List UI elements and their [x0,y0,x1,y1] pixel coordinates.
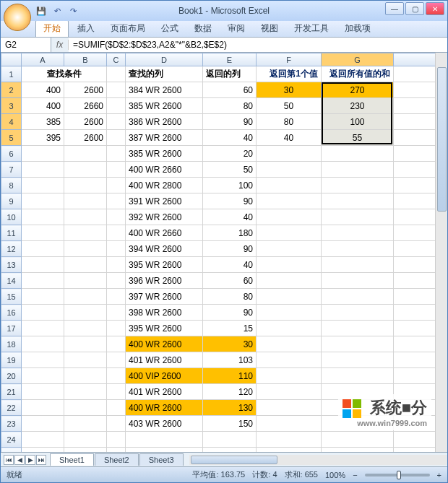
cell-F23[interactable] [257,416,322,432]
cell-E17[interactable]: 15 [203,321,257,336]
cell-A12[interactable] [22,241,64,257]
cell-F21[interactable] [257,384,322,400]
cell-F20[interactable] [257,368,322,384]
cell-E19[interactable]: 103 [203,352,257,368]
cell-D2[interactable]: 384 WR 2600 [126,82,203,98]
tab-insert[interactable]: 插入 [70,20,102,37]
cell-C25[interactable] [107,448,126,453]
cell-D12[interactable]: 394 WR 2600 [126,241,203,257]
minimize-button[interactable]: — [385,2,404,15]
cell-G7[interactable] [322,162,394,178]
tab-review[interactable]: 审阅 [220,20,252,37]
cell-A2[interactable]: 400 [22,82,64,98]
cell-B2[interactable]: 2600 [64,82,107,98]
cell-F22[interactable] [257,400,322,416]
cell-G5[interactable]: 55 [322,130,394,146]
cell-G14[interactable] [322,273,394,289]
cell-C5[interactable] [107,130,126,146]
cell-A5[interactable]: 395 [22,130,64,146]
cell-D14[interactable]: 396 WR 2600 [126,273,203,289]
cell-G11[interactable] [322,225,394,241]
cell-E11[interactable]: 180 [203,225,257,241]
cell-E14[interactable]: 60 [203,273,257,289]
cell-C14[interactable] [107,273,126,289]
cell-A13[interactable] [22,257,64,273]
cell-A15[interactable] [22,289,64,305]
cell-A10[interactable] [22,209,64,225]
row-header-18[interactable]: 18 [1,336,22,352]
cell-E18[interactable]: 30 [203,336,257,352]
cell-E23[interactable]: 150 [203,416,257,432]
cell-A21[interactable] [22,384,64,400]
close-button[interactable]: ✕ [426,2,444,15]
cell-F4[interactable]: 80 [257,114,322,130]
spreadsheet-area[interactable]: ABCDEFG1查找条件查找的列返回的列返回第1个值返回所有值的和2400260… [1,53,447,452]
cell-G12[interactable] [322,241,394,257]
cell-B5[interactable]: 2600 [64,130,107,146]
cell-F18[interactable] [257,336,322,352]
cell-E15[interactable]: 80 [203,289,257,305]
row-header-14[interactable]: 14 [1,273,22,289]
cell-A9[interactable] [22,193,64,209]
cell-F24[interactable] [257,432,322,448]
cell-B10[interactable] [64,209,107,225]
cell-A14[interactable] [22,273,64,289]
cell-E10[interactable]: 40 [203,209,257,225]
cell-G15[interactable] [322,289,394,305]
cell-G8[interactable] [322,178,394,193]
zoom-level[interactable]: 100% [325,471,345,479]
cell-D22[interactable]: 400 WR 2600 [126,400,203,416]
vertical-scrollbar[interactable] [435,53,447,452]
name-box[interactable]: G2 [1,38,51,52]
cell-G19[interactable] [322,352,394,368]
cell-E21[interactable]: 120 [203,384,257,400]
cell-E9[interactable]: 90 [203,193,257,209]
undo-icon[interactable]: ↶ [51,5,63,17]
cell-F6[interactable] [257,146,322,162]
cell-G4[interactable]: 100 [322,114,394,130]
cell-A3[interactable]: 400 [22,98,64,114]
cell-C23[interactable] [107,416,126,432]
cell-G20[interactable] [322,368,394,384]
cell-D7[interactable]: 400 WR 2660 [126,162,203,178]
row-header-1[interactable]: 1 [1,66,22,82]
tab-page-layout[interactable]: 页面布局 [103,20,152,37]
cell-B14[interactable] [64,273,107,289]
cell-D17[interactable]: 395 WR 2600 [126,321,203,336]
cell-G10[interactable] [322,209,394,225]
cell-B15[interactable] [64,289,107,305]
col-header-B[interactable]: B [64,53,107,66]
cell-D13[interactable]: 395 WR 2600 [126,257,203,273]
cell-E12[interactable]: 90 [203,241,257,257]
cell-E2[interactable]: 60 [203,82,257,98]
col-header-E[interactable]: E [203,53,257,66]
cell-F13[interactable] [257,257,322,273]
sheet-tab-3[interactable]: Sheet3 [139,453,184,466]
cell-D24[interactable] [126,432,203,448]
cell-E24[interactable] [203,432,257,448]
cell-B11[interactable] [64,225,107,241]
cell-A16[interactable] [22,305,64,321]
tab-home[interactable]: 开始 [35,19,69,37]
cell-A6[interactable] [22,146,64,162]
col-header-G[interactable]: G [322,53,394,66]
cell-E4[interactable]: 90 [203,114,257,130]
cell-D5[interactable]: 387 WR 2600 [126,130,203,146]
cell-B24[interactable] [64,432,107,448]
cell-D21[interactable]: 401 WR 2600 [126,384,203,400]
cell-E6[interactable]: 20 [203,146,257,162]
cell-D9[interactable]: 391 WR 2600 [126,193,203,209]
cell-B12[interactable] [64,241,107,257]
cell-G2[interactable]: 270 [322,82,394,98]
cell-E20[interactable]: 110 [203,368,257,384]
col-header-D[interactable]: D [126,53,203,66]
cell-B9[interactable] [64,193,107,209]
cell-D10[interactable]: 392 WR 2600 [126,209,203,225]
cell-G13[interactable] [322,257,394,273]
cell-C24[interactable] [107,432,126,448]
cell-B17[interactable] [64,321,107,336]
cell-B3[interactable]: 2660 [64,98,107,114]
cell-F15[interactable] [257,289,322,305]
cell-F8[interactable] [257,178,322,193]
cell-A22[interactable] [22,400,64,416]
